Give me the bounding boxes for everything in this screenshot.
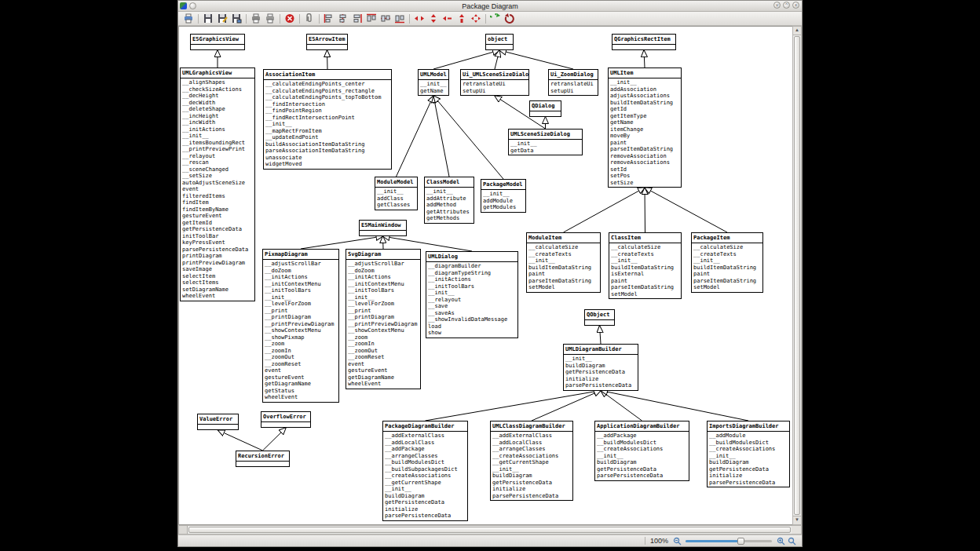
align-bottom-icon[interactable] [393, 13, 406, 24]
class-box-object[interactable]: object [485, 34, 514, 50]
class-box-QDialog[interactable]: QDialog [529, 100, 561, 117]
class-name-label: ClassModel [425, 177, 474, 188]
method-label: __createAssociations [597, 446, 687, 453]
class-box-E5GraphicsView[interactable]: E5GraphicsView [190, 34, 245, 50]
method-label: __levelForZoom [265, 301, 337, 308]
vertical-scrollbar[interactable]: ▲ ▼ [792, 26, 802, 525]
class-methods-list: __calculateSize__createTexts__init__buil… [527, 243, 600, 292]
method-label: __init__ [265, 294, 337, 301]
class-box-UMLModel[interactable]: UMLModel__init__getName [418, 69, 449, 96]
method-label: __init__ [528, 257, 598, 265]
class-methods-list [307, 45, 347, 46]
class-box-ApplicationDiagramBuilder[interactable]: ApplicationDiagramBuilder__addPackage__b… [594, 421, 689, 481]
add-association-icon[interactable] [303, 13, 316, 24]
method-label: __saveAs [428, 310, 516, 317]
align-hcenter-icon[interactable] [379, 13, 392, 24]
method-label: __diagramBuilder [428, 263, 516, 270]
class-box-ImportsDiagramBuilder[interactable]: ImportsDiagramBuilder__addModule__buildM… [707, 421, 790, 487]
class-box-PackageDiagramBuilder[interactable]: PackageDiagramBuilder__addExternalClass_… [382, 421, 468, 521]
class-box-PackageItem[interactable]: PackageItem__calculateSize__createTexts_… [691, 232, 763, 293]
redo-icon[interactable] [489, 13, 502, 24]
class-name-label: PackageModel [481, 180, 525, 190]
class-box-UMLItem[interactable]: UMLItem__init__addAssociationadjustAssoc… [608, 68, 682, 188]
print-setup-icon[interactable] [182, 13, 195, 24]
class-name-label: UMLItem [609, 68, 681, 78]
save-as-icon[interactable] [216, 13, 229, 24]
shade-button[interactable]: v [773, 2, 781, 9]
class-box-OverflowError[interactable]: OverflowError [261, 411, 311, 428]
method-label: __init__ [348, 294, 419, 301]
class-box-AssociationItem[interactable]: AssociationItem__calculateEndingPoints_c… [263, 69, 392, 170]
toolbar-separator [319, 14, 320, 24]
class-box-ClassItem[interactable]: ClassItem__calculateSize__createTexts__i… [609, 232, 682, 299]
method-label: __init__ [182, 133, 253, 140]
zoom-slider-thumb[interactable] [737, 538, 744, 545]
class-box-ValueError[interactable]: ValueError [197, 414, 239, 430]
method-label: __relayout [182, 153, 253, 160]
print-preview-icon[interactable] [250, 13, 262, 24]
class-box-E5MainWindow[interactable]: E5MainWindow [359, 220, 407, 236]
scroll-corner-button[interactable] [179, 526, 188, 534]
class-box-PixmapDiagram[interactable]: PixmapDiagram__adjustScrollBar__doZoom__… [262, 249, 339, 403]
method-label: setModel [611, 291, 679, 298]
method-label: __mapRectFromItem [265, 128, 389, 135]
method-label: setupUi [463, 88, 527, 95]
class-name-label: object [486, 35, 513, 45]
save-image-icon[interactable] [230, 13, 243, 24]
class-name-label: UMLSceneSizeDialog [509, 130, 582, 140]
method-label: __init__ [693, 257, 761, 265]
align-top-icon[interactable] [365, 13, 378, 24]
class-box-UMLDiagramBuilder[interactable]: UMLDiagramBuilder__init__buildDiagramget… [563, 344, 638, 391]
size-vertical-icon[interactable] [455, 13, 468, 24]
class-box-QGraphicsRectItem[interactable]: QGraphicsRectItem [612, 34, 676, 50]
horizontal-scroll-thumb[interactable] [188, 527, 791, 533]
class-box-UMLGraphicsView[interactable]: UMLGraphicsView__alignShapes__checkSizeA… [180, 68, 255, 301]
method-label: __initActions [182, 126, 253, 133]
class-box-UMLDialog[interactable]: UMLDialog__diagramBuilder__diagramTypeSt… [426, 251, 518, 338]
class-box-RecursionError[interactable]: RecursionError [236, 451, 290, 467]
class-box-ModuleModel[interactable]: ModuleModel__init__addClassgetClasses [375, 177, 418, 210]
space-horizontal-icon[interactable] [413, 13, 426, 24]
align-left-icon[interactable] [323, 13, 335, 24]
zoom-reset-icon[interactable] [786, 536, 797, 546]
space-vertical-icon[interactable] [427, 13, 440, 24]
class-box-E5ArrowItem[interactable]: E5ArrowItem [306, 34, 348, 50]
toolbar-separator [299, 14, 300, 24]
scroll-down-icon[interactable]: ▼ [793, 516, 801, 524]
align-right-icon[interactable] [351, 13, 364, 24]
method-label: __init__ [709, 453, 788, 460]
method-label: __initToolBars [265, 287, 337, 294]
close-button[interactable]: x [792, 2, 799, 9]
class-box-UMLClassDiagramBuilder[interactable]: UMLClassDiagramBuilder__addExternalClass… [490, 421, 573, 501]
size-both-icon[interactable] [470, 13, 482, 24]
method-label: __printDiagram [348, 314, 419, 321]
class-box-ClassModel[interactable]: ClassModel__init__addAttributeaddMethodg… [424, 177, 474, 224]
print-icon[interactable] [264, 13, 276, 24]
class-box-UMLSceneSizeDialog[interactable]: UMLSceneSizeDialog__init__getData [508, 129, 583, 155]
class-box-ModuleItem[interactable]: ModuleItem__calculateSize__createTexts__… [526, 232, 601, 293]
align-vcenter-icon[interactable] [337, 13, 349, 24]
zoom-out-icon[interactable] [671, 536, 682, 546]
unshade-button[interactable]: ^ [783, 2, 790, 9]
undo-icon[interactable] [503, 13, 516, 24]
toolbar-separator [409, 14, 410, 24]
class-box-PackageModel[interactable]: PackageModel__init__addModulegetModules [481, 179, 526, 213]
size-horizontal-icon[interactable] [441, 13, 454, 24]
class-box-Ui_ZoomDialog[interactable]: Ui_ZoomDialogretranslateUisetupUi [548, 69, 598, 96]
method-label: initialize [492, 486, 571, 493]
scroll-up-icon[interactable]: ▲ [793, 27, 801, 35]
delete-icon[interactable] [283, 13, 296, 24]
zoom-slider[interactable] [686, 537, 772, 545]
diagram-canvas[interactable]: E5GraphicsViewE5ArrowItemobjectQGraphics… [178, 26, 792, 525]
class-box-Ui_UMLSceneSizeDialog[interactable]: Ui_UMLSceneSizeDialogretranslateUisetupU… [460, 69, 529, 96]
title-bar: Package Diagram v^x [178, 1, 802, 12]
vertical-scroll-thumb[interactable] [794, 36, 800, 515]
save-icon[interactable] [202, 13, 214, 24]
method-label: getName [610, 119, 679, 126]
class-box-QObject[interactable]: QObject [584, 309, 615, 326]
zoom-in-icon[interactable] [775, 536, 786, 546]
method-label: __showContextMenu [265, 327, 337, 334]
class-box-SvgDiagram[interactable]: SvgDiagram__adjustScrollBar__doZoom__ini… [346, 249, 421, 389]
horizontal-scrollbar[interactable] [178, 525, 802, 535]
class-methods-list: __alignShapes__checkSizeActions__decHeig… [181, 78, 254, 301]
